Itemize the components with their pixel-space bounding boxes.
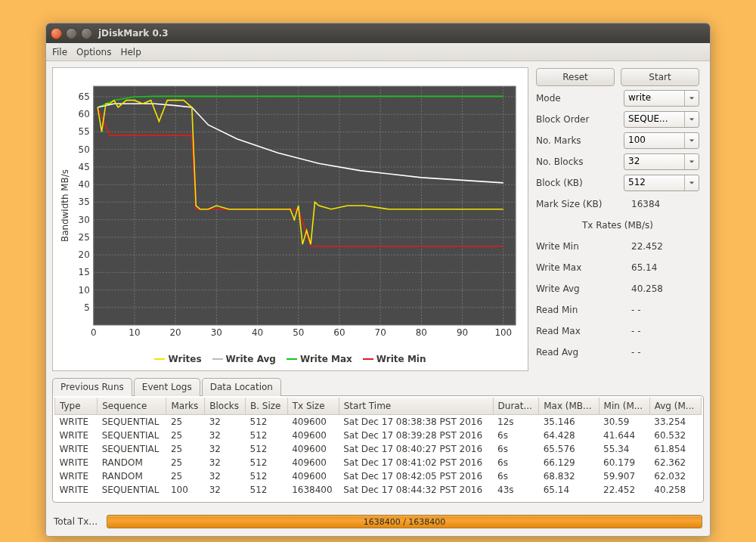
read-avg-label: Read Avg	[536, 347, 631, 358]
total-tx-label: Total Tx (...	[54, 516, 101, 527]
bandwidth-chart: 5101520253035404550556065010203040506070…	[57, 73, 523, 351]
legend-max: Write Max	[300, 354, 352, 364]
write-avg-label: Write Avg	[536, 283, 631, 294]
svg-text:25: 25	[79, 232, 90, 243]
block-order-label: Block Order	[536, 114, 624, 125]
col-header[interactable]: Avg (M...	[649, 398, 701, 414]
svg-text:45: 45	[79, 162, 90, 172]
no-marks-label: No. Marks	[536, 135, 624, 146]
col-header[interactable]: Type	[55, 398, 98, 414]
col-header[interactable]: Start Time	[339, 398, 493, 414]
chevron-down-icon	[685, 175, 699, 190]
tab-previous-runs[interactable]: Previous Runs	[52, 378, 132, 396]
svg-text:30: 30	[211, 327, 222, 338]
mark-size-value: 16384	[631, 199, 699, 209]
mark-size-label: Mark Size (KB)	[536, 199, 631, 209]
maximize-icon[interactable]	[81, 28, 92, 39]
table-row[interactable]: WRITESEQUENTIAL2532512409600Sat Dec 17 0…	[55, 442, 702, 456]
svg-text:35: 35	[79, 197, 90, 207]
table-row[interactable]: WRITESEQUENTIAL100325121638400Sat Dec 17…	[55, 483, 702, 497]
svg-text:10: 10	[129, 327, 140, 338]
svg-text:70: 70	[375, 327, 386, 338]
chart-panel: 5101520253035404550556065010203040506070…	[52, 67, 528, 371]
menu-help[interactable]: Help	[120, 47, 141, 57]
tab-event-logs[interactable]: Event Logs	[134, 378, 200, 396]
write-max-value: 65.14	[631, 262, 699, 273]
write-max-label: Write Max	[536, 262, 631, 273]
chevron-down-icon	[685, 112, 699, 127]
svg-text:15: 15	[79, 267, 90, 277]
svg-text:60: 60	[79, 109, 90, 119]
svg-text:10: 10	[79, 285, 90, 296]
svg-text:20: 20	[170, 327, 181, 338]
menu-options[interactable]: Options	[76, 47, 111, 57]
titlebar[interactable]: jDiskMark 0.3	[46, 23, 710, 43]
tab-data-location[interactable]: Data Location	[202, 378, 281, 396]
table-row[interactable]: WRITERANDOM2532512409600Sat Dec 17 08:42…	[55, 469, 702, 483]
read-min-label: Read Min	[536, 305, 631, 315]
svg-text:80: 80	[416, 327, 427, 338]
runs-table-panel: TypeSequenceMarksBlocksB. SizeTx SizeSta…	[52, 395, 704, 503]
col-header[interactable]: Blocks	[205, 398, 246, 414]
tab-strip: Previous Runs Event Logs Data Location	[52, 378, 704, 396]
svg-text:50: 50	[293, 327, 304, 338]
no-blocks-select[interactable]: 32	[624, 153, 699, 170]
mode-select[interactable]: write	[624, 90, 699, 107]
chevron-down-icon	[685, 154, 699, 169]
svg-text:50: 50	[79, 144, 90, 155]
chevron-down-icon	[685, 133, 699, 148]
block-kb-label: Block (KB)	[536, 178, 624, 188]
tx-rates-header: Tx Rates (MB/s)	[536, 220, 699, 231]
svg-rect-0	[94, 86, 516, 325]
write-min-label: Write Min	[536, 241, 631, 252]
legend-writes: Writes	[168, 354, 201, 364]
col-header[interactable]: Marks	[166, 398, 205, 414]
svg-text:55: 55	[79, 126, 90, 137]
svg-text:60: 60	[333, 327, 345, 338]
col-header[interactable]: Max (MB...	[539, 398, 599, 414]
menu-file[interactable]: File	[52, 47, 67, 57]
menubar: File Options Help	[46, 43, 710, 61]
no-blocks-label: No. Blocks	[536, 156, 624, 167]
no-marks-select[interactable]: 100	[624, 132, 699, 149]
svg-text:40: 40	[79, 179, 90, 190]
col-header[interactable]: Sequence	[98, 398, 166, 414]
legend-avg: Write Avg	[226, 354, 276, 364]
svg-text:5: 5	[84, 302, 90, 313]
write-avg-value: 40.258	[631, 283, 699, 294]
app-window: jDiskMark 0.3 File Options Help 51015202…	[45, 23, 711, 537]
read-max-value: - -	[631, 326, 699, 336]
chart-legend: Writes Write Avg Write Max Write Min	[57, 351, 523, 369]
legend-min: Write Min	[376, 354, 426, 364]
svg-text:30: 30	[79, 215, 90, 225]
svg-text:40: 40	[252, 327, 263, 338]
write-min-value: 22.452	[631, 241, 699, 252]
progress-text: 1638400 / 1638400	[107, 516, 702, 528]
mode-label: Mode	[536, 93, 624, 104]
svg-text:100: 100	[494, 327, 512, 338]
col-header[interactable]: B. Size	[246, 398, 288, 414]
progress-bar: 1638400 / 1638400	[107, 515, 702, 528]
runs-table: TypeSequenceMarksBlocksB. SizeTx SizeSta…	[54, 398, 702, 497]
block-order-select[interactable]: SEQUE...	[624, 111, 699, 128]
col-header[interactable]: Min (M...	[599, 398, 649, 414]
side-panel: Reset Start Mode write Block Order SEQUE…	[533, 67, 704, 371]
start-button[interactable]: Start	[621, 68, 699, 86]
svg-text:20: 20	[79, 249, 90, 260]
svg-text:90: 90	[457, 327, 468, 338]
svg-text:Bandwidth MB/s: Bandwidth MB/s	[60, 169, 70, 242]
statusbar: Total Tx (... 1638400 / 1638400	[46, 509, 710, 536]
close-icon[interactable]	[51, 28, 62, 39]
chevron-down-icon	[685, 91, 699, 106]
minimize-icon[interactable]	[66, 28, 77, 39]
reset-button[interactable]: Reset	[536, 68, 615, 86]
svg-text:0: 0	[91, 327, 97, 338]
block-kb-select[interactable]: 512	[624, 175, 699, 191]
table-row[interactable]: WRITERANDOM2532512409600Sat Dec 17 08:41…	[55, 456, 702, 469]
read-min-value: - -	[631, 305, 699, 315]
svg-text:65: 65	[79, 91, 90, 102]
table-row[interactable]: WRITESEQUENTIAL2532512409600Sat Dec 17 0…	[55, 414, 702, 429]
table-row[interactable]: WRITESEQUENTIAL2532512409600Sat Dec 17 0…	[55, 429, 702, 442]
col-header[interactable]: Durat...	[493, 398, 539, 414]
col-header[interactable]: Tx Size	[287, 398, 339, 414]
